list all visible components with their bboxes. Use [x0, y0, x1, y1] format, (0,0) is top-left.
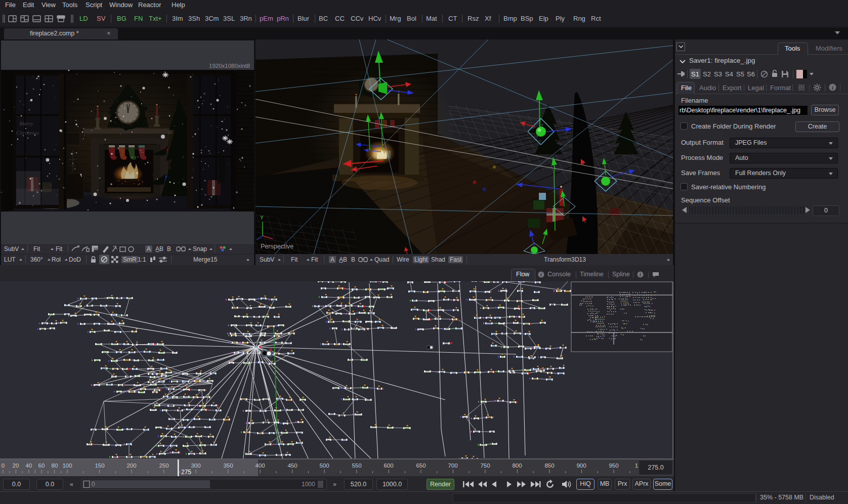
svg-text:650: 650	[416, 463, 426, 469]
svg-text:800: 800	[512, 463, 522, 469]
svg-text:250: 250	[159, 463, 168, 469]
svg-text:Y: Y	[260, 215, 264, 221]
svg-text:700: 700	[448, 463, 457, 469]
svg-text:300: 300	[191, 463, 200, 469]
svg-text:850: 850	[544, 463, 554, 469]
svg-text:1: 1	[635, 463, 638, 469]
svg-text:80: 80	[52, 463, 58, 469]
svg-text:0: 0	[2, 463, 5, 469]
svg-text:60: 60	[38, 463, 45, 469]
svg-text:20: 20	[13, 463, 19, 469]
svg-text:100: 100	[62, 463, 72, 469]
svg-text:900: 900	[576, 463, 586, 469]
svg-text:275: 275	[181, 469, 191, 476]
svg-text:500: 500	[319, 463, 329, 469]
svg-text:40: 40	[26, 463, 32, 469]
svg-text:150: 150	[95, 463, 104, 469]
svg-text:950: 950	[609, 463, 618, 469]
svg-text:600: 600	[384, 463, 393, 469]
svg-text:Perspective: Perspective	[261, 243, 293, 250]
svg-text:i: i	[640, 272, 641, 277]
svg-text:550: 550	[352, 463, 361, 469]
svg-text:i: i	[540, 272, 542, 277]
svg-text:350: 350	[223, 463, 233, 469]
svg-text:750: 750	[480, 463, 490, 469]
svg-text:200: 200	[126, 463, 136, 469]
svg-text:450: 450	[287, 463, 297, 469]
svg-text:400: 400	[255, 463, 265, 469]
